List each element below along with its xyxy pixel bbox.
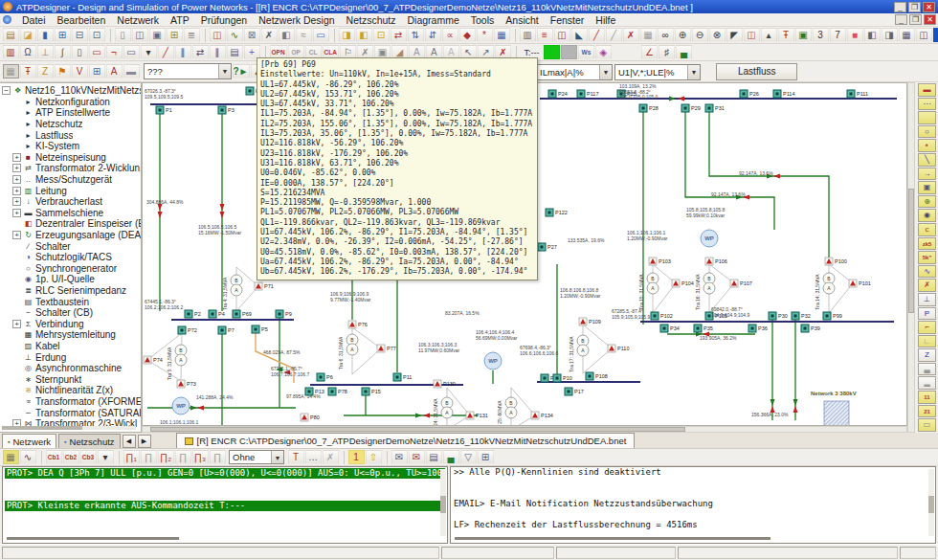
window-diagram-icon[interactable]: ◫ <box>210 28 226 42</box>
chevron-down-icon[interactable]: ▼ <box>599 65 612 79</box>
view-glasses-icon[interactable]: ∞ <box>658 28 674 42</box>
clear-results-icon[interactable]: ✗ <box>323 450 339 464</box>
tree-item-transformator-2-wicklun[interactable]: +⇄Transformator 2-Wicklun <box>2 163 141 174</box>
tree-item-asynchronmaschine[interactable]: ◎Asynchronmaschine <box>2 363 141 374</box>
scrollbar-thumb[interactable] <box>150 427 685 432</box>
protection-settings-icon[interactable]: Ŧ <box>20 64 36 78</box>
el-ramp-1-icon[interactable]: ▃ <box>918 363 936 376</box>
tree-item-schalter-cb[interactable]: −Schalter (CB) <box>2 307 141 319</box>
tree-item-leitung[interactable]: +▥Leitung <box>2 185 141 196</box>
tab-netzwerk[interactable]: ▪Netzwerk <box>2 434 56 448</box>
console-horizontal-scrollbar[interactable] <box>455 537 770 540</box>
state-green-swatch-icon[interactable] <box>544 45 560 59</box>
document-tab[interactable]: [R] ENCR C:\ATPDesigner\00_7_ATPDesigner… <box>176 433 636 448</box>
flag-marker-icon[interactable]: ⚑ <box>55 64 71 78</box>
marker-up-icon[interactable]: ▴ <box>761 28 777 42</box>
tab-netzschutz[interactable]: ▪Netzschutz <box>58 434 120 448</box>
filter-results-icon[interactable]: ▽ <box>460 450 477 464</box>
plot-curves-icon[interactable]: ∿ <box>227 28 243 42</box>
cut-connection-icon[interactable]: ✗ <box>623 28 639 42</box>
el-earth-icon[interactable]: ⊥ <box>918 293 936 306</box>
el-zk5-icon[interactable]: zk5 <box>918 237 936 251</box>
expand-icon[interactable]: + <box>12 153 21 162</box>
voltage-display-combo[interactable]: U1|V,*;ULE|% ▼ <box>614 64 701 80</box>
shrink-horizontal-icon[interactable]: ◧ <box>864 28 881 42</box>
element-search-combo[interactable]: ??? ▼ <box>144 63 232 79</box>
switch-1-icon[interactable]: ∏ <box>141 450 157 464</box>
mdi-close-button[interactable]: ✕ <box>924 14 936 25</box>
tree-item-verbraucherlast[interactable]: +↓Verbraucherlast <box>2 196 141 208</box>
chevron-down-icon[interactable]: ▼ <box>218 64 231 78</box>
zoom-window-icon[interactable]: ⊗ <box>709 28 726 42</box>
mdi-restore-button[interactable]: ❐ <box>909 14 922 25</box>
breaker-dropdown-icon[interactable]: ▾ <box>98 450 114 464</box>
menu-netzwerk[interactable]: Netzwerk <box>111 13 165 27</box>
tree-item-mess-schutzger-t[interactable]: +‥Mess/Schutzgerät <box>2 174 141 186</box>
el-draw-icon[interactable]: ╲ <box>918 153 936 167</box>
tree-item-ki-system[interactable]: ▸KI-System <box>2 141 141 152</box>
scrollbar-thumb[interactable] <box>908 189 914 313</box>
maximize-button[interactable]: ❐ <box>908 2 921 12</box>
fuse-tool-icon[interactable]: ▯ <box>72 45 88 59</box>
tree-item-verbindung[interactable]: +ΣVerbindung <box>2 318 141 329</box>
close-button[interactable]: ✕ <box>923 2 935 12</box>
panel-toggle-icon[interactable]: ▬ <box>123 64 140 78</box>
message-console[interactable]: >> Alle P(Q)-Kennlinien sind deaktiviert… <box>450 466 936 544</box>
matrix-icon[interactable]: ▥ <box>520 28 536 42</box>
el-busbar-icon[interactable]: ▬ <box>918 83 936 97</box>
link-elements-icon[interactable]: ◈ <box>595 45 612 59</box>
menu-bearbeiten[interactable]: Bearbeiten <box>52 13 112 27</box>
more-options-icon[interactable]: … <box>305 450 322 464</box>
lastfluss-button[interactable]: Lastfluss <box>716 63 797 80</box>
menu-hilfe[interactable]: Hilfe <box>590 13 621 27</box>
canvas-horizontal-scrollbar[interactable] <box>142 426 907 433</box>
el-rect-icon[interactable]: ▭ <box>918 418 936 432</box>
tools-icon[interactable]: ✗ <box>261 28 278 42</box>
layers-icon[interactable]: ◫ <box>916 28 932 42</box>
menu-netzwerk-design[interactable]: Netzwerk Design <box>253 13 340 27</box>
switch-3ph-2-icon[interactable]: ∏₂ <box>158 450 174 464</box>
el-step-up-icon[interactable]: ⌐ <box>918 321 936 334</box>
tab-prev-button[interactable]: ◀ <box>123 435 136 448</box>
component-config-icon[interactable]: ◧ <box>279 28 295 42</box>
probe-tool-icon[interactable]: ∫ <box>55 45 71 59</box>
mode-dropdown-icon[interactable]: ▾ <box>141 45 157 59</box>
expand-icon[interactable]: + <box>12 231 21 239</box>
save-network-icon[interactable]: ▮ <box>37 28 54 42</box>
warn-level-1-icon[interactable]: 1 <box>348 450 365 464</box>
console-horizontal-scrollbar[interactable] <box>7 537 179 540</box>
switch-3ph-3-icon[interactable]: ∏₃ <box>192 450 209 464</box>
menu-pr-fungen[interactable]: Prüfungen <box>195 13 253 27</box>
chart-tool-3-icon[interactable]: ▄ <box>676 45 692 59</box>
double-busbar-icon[interactable]: ∥ <box>210 45 226 59</box>
grid-7-icon[interactable]: 7 <box>830 28 846 42</box>
el-coupler-icon[interactable]: ○ <box>918 125 936 139</box>
chart-tool-1-icon[interactable]: ∠ <box>641 45 658 59</box>
print-preview-icon[interactable]: ⊡ <box>89 28 105 42</box>
console-vertical-scrollbar[interactable] <box>440 469 446 536</box>
el-delete-icon[interactable]: ✗ <box>918 279 936 292</box>
grid-3-icon[interactable]: 3 <box>813 28 829 42</box>
el-step-icon[interactable]: ∟ <box>918 335 936 348</box>
el-power-p-icon[interactable]: P <box>918 307 936 321</box>
breaker-cb3-icon[interactable]: Cb3 <box>80 450 97 464</box>
star-marker-icon[interactable]: * <box>477 28 493 42</box>
coil-tool-icon[interactable]: Ω <box>20 45 36 59</box>
tree-item-synchrongenerator[interactable]: ○Synchrongenerator <box>2 263 141 275</box>
el-feeder-icon[interactable]: → <box>918 168 936 181</box>
menu-netzschutz[interactable]: Netzschutz <box>341 13 402 27</box>
tree-item-1p-u-i-quelle[interactable]: ◉1p. U/I-Quelle <box>2 274 141 285</box>
save-view-icon[interactable]: ⊞ <box>89 64 105 78</box>
swap-direction-icon[interactable]: ⇄ <box>391 28 407 42</box>
email-alert-icon[interactable]: ✉ <box>409 450 425 464</box>
external-network-symbol[interactable] <box>824 401 849 426</box>
el-5k-icon[interactable]: 5k" <box>918 251 936 264</box>
branch-up-icon[interactable]: ⇅ <box>408 28 424 42</box>
waveform-view-icon[interactable]: ∿ <box>20 450 36 464</box>
plug-connector-icon[interactable]: ∝ <box>442 28 458 42</box>
node-marker-icon[interactable]: ◆ <box>459 28 476 42</box>
tree-item-atp-einstellwerte[interactable]: ▸ATP Einstellwerte <box>2 107 141 119</box>
tree-item-netzkonfiguration[interactable]: ▸Netzkonfiguration <box>2 97 141 108</box>
print-icon[interactable]: ⊟ <box>72 28 88 42</box>
breaker-cb1-icon[interactable]: Cb1 <box>46 450 62 464</box>
